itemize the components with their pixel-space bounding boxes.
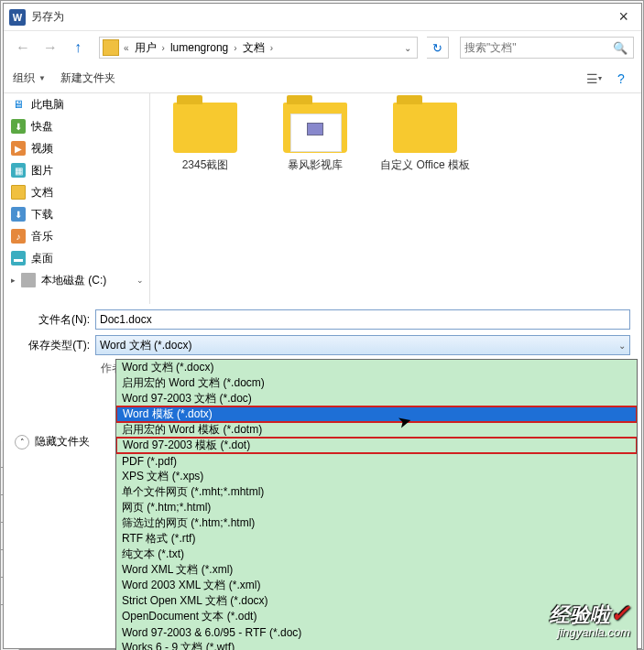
dropdown-option[interactable]: 启用宏的 Word 模板 (*.dotm) (116, 422, 637, 438)
dropdown-option[interactable]: RTF 格式 (*.rtf) (116, 531, 637, 547)
sidebar-item-disk-c[interactable]: ▸本地磁盘 (C:)⌄ (4, 269, 149, 291)
dropdown-option[interactable]: Word 97-2003 文档 (*.doc) (116, 391, 637, 406)
titlebar: W 另存为 × (4, 4, 641, 31)
forward-button[interactable]: → (38, 37, 62, 59)
chevron-icon[interactable]: › (232, 43, 238, 53)
word-icon: W (9, 9, 26, 26)
dropdown-option[interactable]: 网页 (*.htm;*.html) (116, 500, 637, 515)
breadcrumb-item[interactable]: 用户 (131, 40, 160, 56)
folder-icon (393, 103, 457, 153)
search-box[interactable]: 🔍 (460, 37, 634, 59)
help-icon[interactable]: ? (610, 69, 632, 89)
navbar: ← → ↑ « 用户 › lumengrong › 文档 › ⌄ ↻ 🔍 (4, 31, 641, 64)
dropdown-option[interactable]: 启用宏的 Word 文档 (*.docm) (116, 375, 637, 391)
sidebar-item-desktop[interactable]: ▬桌面 (4, 247, 149, 269)
search-icon[interactable]: 🔍 (607, 41, 633, 55)
close-button[interactable]: × (611, 5, 636, 28)
sidebar-item-kuaipan[interactable]: ⬇快盘 (4, 115, 149, 137)
chevron-icon[interactable]: « (122, 43, 131, 53)
sidebar-item-downloads[interactable]: ⬇下载 (4, 203, 149, 225)
chevron-up-icon: ˄ (15, 435, 29, 450)
view-icon[interactable]: ☰▾ (583, 69, 605, 89)
filename-label: 文件名(N): (15, 312, 95, 328)
sidebar-item-videos[interactable]: ▶视频 (4, 137, 149, 159)
folder-item[interactable]: 2345截图 (159, 103, 251, 173)
dropdown-option[interactable]: Word XML 文档 (*.xml) (116, 562, 637, 578)
dropdown-option[interactable]: Works 6 - 9 文档 (*.wtf) (116, 640, 637, 650)
up-button[interactable]: ↑ (66, 37, 90, 59)
save-type-select[interactable]: Word 文档 (*.docx)⌄ (95, 335, 630, 355)
dropdown-option[interactable]: Word 2003 XML 文档 (*.xml) (116, 578, 637, 593)
breadcrumb-item[interactable]: 文档 (239, 40, 268, 56)
hide-folders-toggle[interactable]: ˄ 隐藏文件夹 (15, 434, 90, 450)
dropdown-option[interactable]: XPS 文档 (*.xps) (116, 469, 637, 484)
folder-icon (283, 103, 347, 153)
save-as-dialog: W 另存为 × ← → ↑ « 用户 › lumengrong › 文档 › ⌄ (3, 3, 642, 649)
dropdown-option[interactable]: 筛选过的网页 (*.htm;*.html) (116, 515, 637, 531)
address-dropdown-icon[interactable]: ⌄ (398, 43, 417, 53)
address-bar[interactable]: « 用户 › lumengrong › 文档 › ⌄ (99, 37, 418, 59)
sidebar-item-this-pc[interactable]: 🖥此电脑 (4, 93, 149, 115)
dialog-title: 另存为 (31, 9, 64, 25)
chevron-icon[interactable]: › (268, 43, 275, 53)
dropdown-option[interactable]: 单个文件网页 (*.mht;*.mhtml) (116, 484, 637, 500)
organize-button[interactable]: 组织▼ (13, 70, 46, 86)
toolbar: 组织▼ 新建文件夹 ☰▾ ? (4, 64, 641, 93)
refresh-button[interactable]: ↻ (427, 37, 449, 59)
folder-icon (173, 103, 237, 153)
filename-input[interactable] (95, 309, 630, 330)
new-folder-button[interactable]: 新建文件夹 (60, 70, 115, 86)
save-type-label: 保存类型(T): (15, 338, 95, 353)
sidebar-item-music[interactable]: ♪音乐 (4, 225, 149, 247)
dropdown-option[interactable]: 纯文本 (*.txt) (116, 547, 637, 562)
search-input[interactable] (461, 41, 607, 54)
file-list: 2345截图 暴风影视库 自定义 Office 模板 (150, 93, 641, 304)
folder-icon (103, 39, 119, 56)
sidebar-item-documents[interactable]: 文档 (4, 181, 149, 203)
dropdown-option[interactable]: PDF (*.pdf) (116, 453, 637, 469)
breadcrumb-item[interactable]: lumengrong (167, 41, 232, 54)
watermark: 经验啦✓ jingyanla.com (550, 600, 630, 639)
folder-item[interactable]: 暴风影视库 (269, 103, 361, 173)
back-button[interactable]: ← (11, 37, 35, 59)
dropdown-option[interactable]: Word 模板 (*.dotx) (115, 406, 638, 423)
breadcrumb: 用户 › lumengrong › 文档 › (131, 40, 275, 56)
dropdown-option[interactable]: Word 97-2003 模板 (*.dot) (115, 437, 638, 454)
folder-item[interactable]: 自定义 Office 模板 (379, 103, 471, 173)
sidebar: 🖥此电脑 ⬇快盘 ▶视频 ▦图片 文档 ⬇下载 ♪音乐 ▬桌面 ▸本地磁盘 (C… (4, 93, 150, 304)
chevron-icon[interactable]: › (160, 43, 167, 53)
dropdown-option[interactable]: Word 文档 (*.docx) (116, 360, 637, 375)
sidebar-item-pictures[interactable]: ▦图片 (4, 159, 149, 181)
